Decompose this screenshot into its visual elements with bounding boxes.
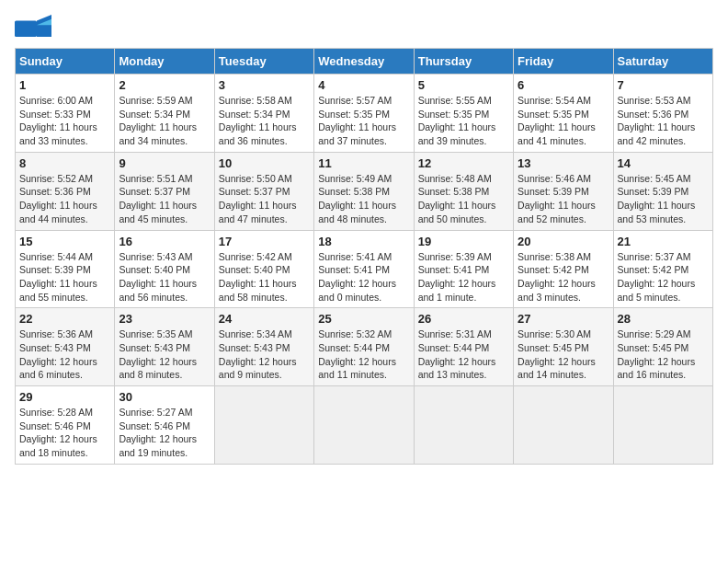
calendar-cell: 23 Sunrise: 5:35 AMSunset: 5:43 PMDaylig… [115, 308, 214, 386]
day-number: 23 [119, 312, 210, 326]
day-number: 26 [418, 312, 509, 326]
day-number: 13 [518, 156, 609, 170]
day-number: 29 [19, 390, 110, 404]
day-info: Sunrise: 5:50 AMSunset: 5:37 PMDaylight:… [219, 172, 310, 226]
day-number: 30 [119, 390, 210, 404]
calendar-cell: 11 Sunrise: 5:49 AMSunset: 5:38 PMDaylig… [314, 152, 414, 230]
calendar-week-row: 29 Sunrise: 5:28 AMSunset: 5:46 PMDaylig… [16, 386, 713, 465]
day-info: Sunrise: 5:43 AMSunset: 5:40 PMDaylight:… [119, 250, 210, 304]
calendar-header-saturday: Saturday [613, 49, 712, 75]
day-info: Sunrise: 5:32 AMSunset: 5:44 PMDaylight:… [318, 327, 409, 382]
day-number: 7 [618, 78, 709, 92]
day-number: 10 [219, 156, 310, 170]
calendar-cell: 28 Sunrise: 5:29 AMSunset: 5:45 PMDaylig… [613, 308, 712, 386]
calendar-cell: 26 Sunrise: 5:31 AMSunset: 5:44 PMDaylig… [414, 308, 513, 386]
calendar-week-row: 1 Sunrise: 6:00 AMSunset: 5:33 PMDayligh… [16, 75, 713, 153]
calendar-cell: 24 Sunrise: 5:34 AMSunset: 5:43 PMDaylig… [214, 308, 313, 386]
day-number: 17 [219, 235, 310, 248]
day-info: Sunrise: 5:46 AMSunset: 5:39 PMDaylight:… [518, 172, 609, 226]
day-info: Sunrise: 5:58 AMSunset: 5:34 PMDaylight:… [219, 94, 310, 148]
calendar-body: 1 Sunrise: 6:00 AMSunset: 5:33 PMDayligh… [16, 75, 713, 465]
svg-marker-1 [37, 15, 51, 37]
day-number: 25 [318, 312, 409, 326]
calendar-week-row: 15 Sunrise: 5:44 AMSunset: 5:39 PMDaylig… [16, 230, 713, 308]
day-info: Sunrise: 5:35 AMSunset: 5:43 PMDaylight:… [119, 327, 210, 382]
day-info: Sunrise: 5:27 AMSunset: 5:46 PMDaylight:… [119, 406, 210, 460]
calendar-cell: 25 Sunrise: 5:32 AMSunset: 5:44 PMDaylig… [314, 308, 414, 386]
day-number: 16 [119, 235, 210, 248]
day-info: Sunrise: 5:55 AMSunset: 5:35 PMDaylight:… [418, 94, 509, 148]
calendar-cell: 13 Sunrise: 5:46 AMSunset: 5:39 PMDaylig… [514, 152, 613, 230]
calendar-cell: 18 Sunrise: 5:41 AMSunset: 5:41 PMDaylig… [314, 230, 414, 308]
day-info: Sunrise: 5:42 AMSunset: 5:40 PMDaylight:… [219, 250, 310, 304]
day-info: Sunrise: 5:30 AMSunset: 5:45 PMDaylight:… [518, 327, 609, 382]
calendar-cell: 1 Sunrise: 6:00 AMSunset: 5:33 PMDayligh… [16, 75, 115, 153]
calendar-cell [314, 386, 414, 465]
calendar-cell: 20 Sunrise: 5:38 AMSunset: 5:42 PMDaylig… [514, 230, 613, 308]
day-info: Sunrise: 5:34 AMSunset: 5:43 PMDaylight:… [219, 327, 310, 382]
calendar-cell: 2 Sunrise: 5:59 AMSunset: 5:34 PMDayligh… [115, 75, 214, 153]
calendar-header-thursday: Thursday [414, 49, 513, 75]
day-number: 19 [418, 235, 509, 248]
day-info: Sunrise: 5:37 AMSunset: 5:42 PMDaylight:… [618, 250, 709, 304]
calendar-header-row: SundayMondayTuesdayWednesdayThursdayFrid… [16, 49, 713, 75]
calendar-cell [514, 386, 613, 465]
calendar-cell: 30 Sunrise: 5:27 AMSunset: 5:46 PMDaylig… [115, 386, 214, 465]
calendar-cell: 5 Sunrise: 5:55 AMSunset: 5:35 PMDayligh… [414, 75, 513, 153]
calendar-cell: 22 Sunrise: 5:36 AMSunset: 5:43 PMDaylig… [16, 308, 115, 386]
day-info: Sunrise: 5:38 AMSunset: 5:42 PMDaylight:… [518, 250, 609, 304]
day-info: Sunrise: 5:49 AMSunset: 5:38 PMDaylight:… [318, 172, 409, 226]
day-number: 4 [318, 78, 409, 92]
calendar-cell: 6 Sunrise: 5:54 AMSunset: 5:35 PMDayligh… [514, 75, 613, 153]
day-number: 22 [19, 312, 110, 326]
day-info: Sunrise: 6:00 AMSunset: 5:33 PMDaylight:… [19, 94, 110, 148]
day-number: 18 [318, 235, 409, 248]
day-info: Sunrise: 5:53 AMSunset: 5:36 PMDaylight:… [618, 94, 709, 148]
day-number: 28 [618, 312, 709, 326]
day-number: 6 [518, 78, 609, 92]
day-number: 15 [19, 235, 110, 248]
logo [15, 15, 55, 40]
day-info: Sunrise: 5:44 AMSunset: 5:39 PMDaylight:… [19, 250, 110, 304]
calendar-header-monday: Monday [115, 49, 214, 75]
day-info: Sunrise: 5:59 AMSunset: 5:34 PMDaylight:… [119, 94, 210, 148]
day-info: Sunrise: 5:54 AMSunset: 5:35 PMDaylight:… [518, 94, 609, 148]
day-info: Sunrise: 5:51 AMSunset: 5:37 PMDaylight:… [119, 172, 210, 226]
day-info: Sunrise: 5:57 AMSunset: 5:35 PMDaylight:… [318, 94, 409, 148]
day-number: 3 [219, 78, 310, 92]
day-info: Sunrise: 5:31 AMSunset: 5:44 PMDaylight:… [418, 327, 509, 382]
day-info: Sunrise: 5:36 AMSunset: 5:43 PMDaylight:… [19, 327, 110, 382]
day-number: 27 [518, 312, 609, 326]
calendar-cell: 3 Sunrise: 5:58 AMSunset: 5:34 PMDayligh… [214, 75, 313, 153]
day-number: 1 [19, 78, 110, 92]
calendar-header-wednesday: Wednesday [314, 49, 414, 75]
calendar-cell: 16 Sunrise: 5:43 AMSunset: 5:40 PMDaylig… [115, 230, 214, 308]
calendar-cell [613, 386, 712, 465]
calendar-cell: 12 Sunrise: 5:48 AMSunset: 5:38 PMDaylig… [414, 152, 513, 230]
logo-icon [15, 15, 51, 40]
day-number: 14 [618, 156, 709, 170]
day-number: 24 [219, 312, 310, 326]
calendar-cell: 15 Sunrise: 5:44 AMSunset: 5:39 PMDaylig… [16, 230, 115, 308]
day-info: Sunrise: 5:39 AMSunset: 5:41 PMDaylight:… [418, 250, 509, 304]
calendar-header-sunday: Sunday [16, 49, 115, 75]
day-info: Sunrise: 5:45 AMSunset: 5:39 PMDaylight:… [618, 172, 709, 226]
calendar-cell: 29 Sunrise: 5:28 AMSunset: 5:46 PMDaylig… [16, 386, 115, 465]
day-number: 12 [418, 156, 509, 170]
day-number: 20 [518, 235, 609, 248]
day-info: Sunrise: 5:28 AMSunset: 5:46 PMDaylight:… [19, 406, 110, 460]
calendar-table: SundayMondayTuesdayWednesdayThursdayFrid… [15, 48, 713, 465]
calendar-week-row: 22 Sunrise: 5:36 AMSunset: 5:43 PMDaylig… [16, 308, 713, 386]
day-number: 11 [318, 156, 409, 170]
calendar-cell [414, 386, 513, 465]
day-number: 8 [19, 156, 110, 170]
svg-rect-0 [15, 20, 37, 37]
day-number: 9 [119, 156, 210, 170]
day-number: 21 [618, 235, 709, 248]
calendar-week-row: 8 Sunrise: 5:52 AMSunset: 5:36 PMDayligh… [16, 152, 713, 230]
calendar-cell [214, 386, 313, 465]
day-number: 2 [119, 78, 210, 92]
calendar-cell: 21 Sunrise: 5:37 AMSunset: 5:42 PMDaylig… [613, 230, 712, 308]
day-info: Sunrise: 5:41 AMSunset: 5:41 PMDaylight:… [318, 250, 409, 304]
day-info: Sunrise: 5:52 AMSunset: 5:36 PMDaylight:… [19, 172, 110, 226]
